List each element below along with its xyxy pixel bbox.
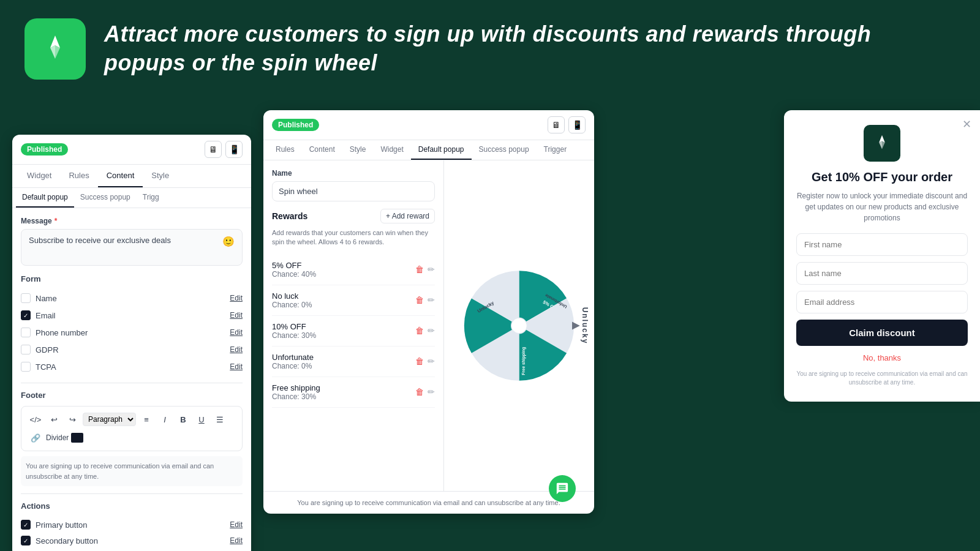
toolbar-align-btn[interactable]: ≡: [138, 411, 154, 427]
reward-item-3: 10% OFF Chance: 30% 🗑 ✏: [272, 316, 435, 347]
reward-edit-1[interactable]: ✏: [428, 264, 435, 274]
middle-tab-trigger[interactable]: Trigger: [537, 140, 575, 160]
middle-tab-success-popup[interactable]: Success popup: [472, 140, 537, 160]
middle-panel-icons: 🖥 📱: [548, 116, 586, 133]
divider: [21, 383, 243, 383]
toolbar-underline-btn[interactable]: U: [194, 411, 209, 427]
edit-gdpr-link[interactable]: Edit: [230, 345, 243, 354]
rewards-header: Rewards + Add reward: [272, 209, 435, 223]
reward-delete-3[interactable]: 🗑: [415, 326, 424, 335]
app-logo: [24, 18, 86, 80]
middle-tab-default-popup[interactable]: Default popup: [411, 140, 472, 160]
spin-wheel-svg: 5% OFF No luck 10% OFF Unfortunate Free …: [456, 246, 582, 405]
tab-style[interactable]: Style: [143, 165, 178, 187]
tab-content[interactable]: Content: [98, 165, 143, 187]
reward-edit-2[interactable]: ✏: [428, 295, 435, 305]
reward-item-5: Free shipping Chance: 30% 🗑 ✏: [272, 377, 435, 408]
reward-name-5: Free shipping: [272, 383, 320, 392]
checkbox-secondary-btn[interactable]: [21, 536, 31, 545]
toolbar-bold-btn[interactable]: B: [175, 411, 191, 427]
toolbar-italic-btn[interactable]: I: [157, 411, 173, 427]
toolbar-row: </> ↩ ↪ Paragraph ≡ I B U ☰ 🔗 Divider: [21, 406, 243, 451]
reward-edit-5[interactable]: ✏: [428, 387, 435, 397]
reward-delete-2[interactable]: 🗑: [415, 295, 424, 305]
left-panel: Published 🖥 📱 Widget Rules Content Style…: [12, 135, 251, 551]
popup-footer-text: You are signing up to receive communicat…: [796, 370, 968, 387]
name-input[interactable]: [272, 181, 435, 201]
form-section-title: Form: [21, 274, 243, 283]
checkbox-name[interactable]: [21, 293, 31, 303]
published-badge: Published: [21, 143, 68, 156]
checkbox-phone[interactable]: [21, 328, 31, 337]
form-item-tcpa-label: TCPA: [36, 362, 56, 372]
form-item-name: Name Edit: [21, 290, 243, 307]
message-label: Message *: [21, 217, 243, 225]
middle-content-area: Name Rewards + Add reward Add rewards th…: [263, 160, 594, 491]
edit-name-link[interactable]: Edit: [230, 294, 243, 302]
message-box[interactable]: Subscribe to receive our exclusive deals…: [21, 229, 243, 266]
toolbar-redo-btn[interactable]: ↪: [64, 411, 80, 427]
left-subtabs-row: Default popup Success popup Trigg: [12, 188, 251, 208]
middle-tab-style[interactable]: Style: [342, 140, 374, 160]
logo-icon: [37, 31, 74, 67]
panel-icons: 🖥 📱: [205, 141, 243, 158]
add-reward-button[interactable]: + Add reward: [380, 209, 435, 223]
middle-tab-content[interactable]: Content: [302, 140, 342, 160]
primary-btn-label: Primary button: [36, 520, 88, 530]
reward-chance-5: Chance: 30%: [272, 392, 320, 401]
left-panel-header: Published 🖥 📱: [12, 135, 251, 165]
reward-edit-3[interactable]: ✏: [428, 326, 435, 335]
mobile-icon-btn[interactable]: 📱: [225, 141, 243, 158]
checkbox-tcpa[interactable]: [21, 362, 31, 372]
reward-delete-1[interactable]: 🗑: [415, 264, 424, 274]
edit-primary-btn-link[interactable]: Edit: [230, 520, 243, 529]
subtab-success-popup[interactable]: Success popup: [74, 188, 137, 208]
edit-tcpa-link[interactable]: Edit: [230, 362, 243, 371]
checkbox-gdpr[interactable]: [21, 345, 31, 354]
reward-delete-4[interactable]: 🗑: [415, 356, 424, 366]
toolbar-color-picker[interactable]: [71, 433, 83, 443]
last-name-input[interactable]: [796, 262, 968, 285]
secondary-btn-label: Secondary button: [36, 536, 98, 545]
toolbar-list-btn[interactable]: ☰: [212, 411, 228, 427]
subtab-trigger[interactable]: Trigg: [137, 188, 165, 208]
toolbar-divider-label[interactable]: Divider: [46, 433, 69, 442]
toolbar-paragraph-select[interactable]: Paragraph: [83, 413, 136, 426]
right-popup-panel: ✕ Get 10% OFF your order Register now to…: [784, 110, 980, 402]
chat-bubble-button[interactable]: [549, 475, 576, 502]
toolbar-undo-btn[interactable]: ↩: [46, 411, 62, 427]
popup-close-button[interactable]: ✕: [962, 118, 971, 131]
edit-phone-link[interactable]: Edit: [230, 328, 243, 337]
actions-title: Actions: [21, 501, 243, 511]
reward-chance-1: Chance: 40%: [272, 270, 316, 279]
reward-name-4: Unfortunate: [272, 353, 314, 362]
desktop-icon-btn[interactable]: 🖥: [205, 141, 222, 158]
checkbox-primary-btn[interactable]: [21, 520, 31, 530]
no-thanks-button[interactable]: No, thanks: [796, 353, 968, 362]
name-field-group: Name: [272, 169, 435, 201]
toolbar-code-btn[interactable]: </>: [28, 411, 43, 427]
edit-secondary-btn-link[interactable]: Edit: [230, 536, 243, 545]
subtab-default-popup[interactable]: Default popup: [16, 188, 74, 208]
edit-email-link[interactable]: Edit: [230, 311, 243, 320]
toolbar-link-btn[interactable]: 🔗: [28, 430, 43, 446]
rewards-desc: Add rewards that your customers can win …: [272, 228, 435, 247]
email-address-input[interactable]: [796, 291, 968, 313]
rewards-title: Rewards: [272, 211, 307, 221]
reward-delete-5[interactable]: 🗑: [415, 387, 424, 397]
tab-widget[interactable]: Widget: [18, 165, 60, 187]
left-tabs-row: Widget Rules Content Style: [12, 165, 251, 188]
middle-tab-rules[interactable]: Rules: [268, 140, 302, 160]
middle-mobile-icon[interactable]: 📱: [568, 116, 586, 133]
middle-desktop-icon[interactable]: 🖥: [548, 116, 565, 133]
first-name-input[interactable]: [796, 233, 968, 256]
emoji-button[interactable]: 🙂: [222, 236, 235, 247]
reward-edit-4[interactable]: ✏: [428, 356, 435, 366]
claim-discount-button[interactable]: Claim discount: [796, 320, 968, 346]
middle-tab-widget[interactable]: Widget: [373, 140, 410, 160]
tab-rules[interactable]: Rules: [60, 165, 97, 187]
checkbox-email[interactable]: [21, 310, 31, 320]
wheel-container: 5% OFF No luck 10% OFF Unfortunate Free …: [444, 160, 594, 491]
form-item-gdpr-label: GDPR: [36, 345, 59, 354]
form-item-phone: Phone number Edit: [21, 324, 243, 341]
